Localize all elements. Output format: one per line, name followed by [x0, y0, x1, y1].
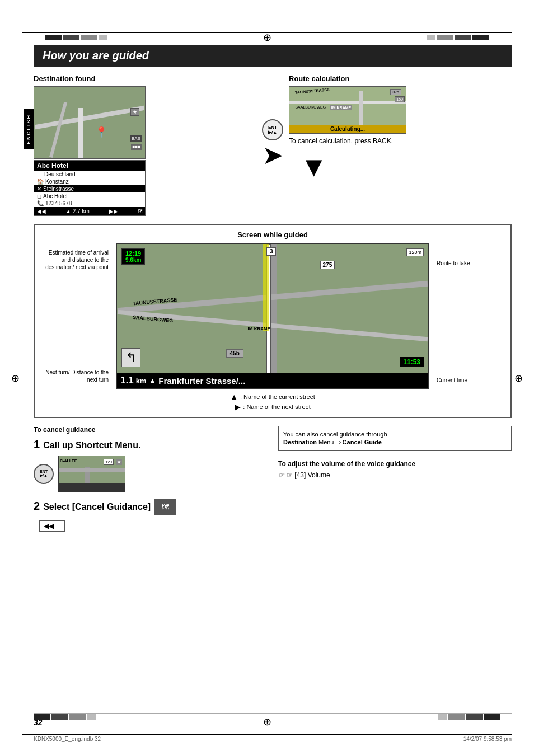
step2-sub-icon: ◀◀ —	[39, 520, 267, 532]
reg-mark-bottom: ⊕	[263, 716, 271, 728]
step2-text: Select [Cancel Guidance]	[43, 502, 151, 512]
street-bottom-bar: 1.1 km ▲ Frankfurter Strasse/...	[117, 373, 428, 388]
ent-button-step1[interactable]: ENT ▶/▲	[34, 464, 54, 484]
dest-distance: ▲ 2.7 km	[65, 208, 90, 214]
street-legend: ▲ : Name of the current street ▶ : Name …	[40, 392, 505, 411]
turn-arrow: ↰	[121, 348, 140, 367]
route-map: 375 150 TAUNUSSTRASSE SAALBURGWEG IM KRA…	[289, 86, 406, 134]
reg-mark-left: ⊕	[11, 372, 20, 384]
arrow-right-icon: ➤	[263, 143, 282, 168]
dest-info-box: Abc Hotel —Deutschland 🏠Konstanz ✕Steins…	[34, 160, 146, 216]
cancel-guide-label: Cancel Guide	[343, 439, 382, 445]
calculating-bar: Calculating...	[289, 125, 406, 133]
step1-text: Call up Shortcut Menu.	[43, 440, 140, 450]
sidebar-english: ENGLISH	[24, 109, 34, 149]
voice-guidance-ref: ☞ ☞ [43] Volume	[278, 471, 512, 479]
page-title: How you are guided	[34, 45, 512, 67]
guided-labels-right: Route to take Current time	[432, 243, 505, 389]
main-content: How you are guided Destination found 📍 ★…	[34, 45, 512, 717]
dest-found-header: Destination found	[34, 74, 256, 83]
destination-found-section: Destination found 📍 ★ BAS ■■■ Abc Hotel …	[34, 74, 256, 216]
voice-guidance-header: To adjust the volume of the voice guidan…	[278, 460, 512, 468]
label-current-time: Current time	[432, 377, 505, 383]
transition-area: ENT ▶/▲ ➤	[262, 74, 283, 168]
cancel-calc-text: To cancel calculation, press BACK.	[289, 137, 512, 145]
guided-screen-box: Screen while guided Estimated time of ar…	[34, 224, 512, 418]
voice-guidance-section: To adjust the volume of the voice guidan…	[278, 460, 512, 479]
dest-map: 📍 ★ BAS ■■■	[34, 86, 146, 159]
route-calculation-section: Route calculation 375 150 TAUNUSSTRASSE …	[289, 74, 512, 183]
road-number-275: 275	[320, 261, 335, 269]
step2-row: 2 Select [Cancel Guidance] 🗺	[34, 499, 267, 515]
reg-mark-right: ⊕	[514, 372, 523, 384]
right-info-section: You can also cancel guidance through Des…	[278, 426, 512, 532]
map-im-kramer: IM KRAME	[248, 326, 270, 331]
label-arrival-distance: Estimated time of arrival and distance t…	[40, 249, 113, 271]
route-calc-header: Route calculation	[289, 74, 512, 83]
legend-current-street: ▲ : Name of the current street	[230, 392, 315, 401]
footer-right: 14/2/07 9:58:53 pm	[463, 736, 512, 742]
step1-map-thumb: ★ 120 C-ALLEE ■■■	[58, 456, 125, 492]
nav-map: TAUNUSSTRASSE SAALBURGWEG IM KRAME 3 275…	[116, 243, 429, 389]
cancel-guidance-btn[interactable]: 🗺	[154, 499, 176, 515]
step1-row: 1 Call up Shortcut Menu.	[34, 438, 267, 451]
cancel-guidance-section: To cancel guidance 1 Call up Shortcut Me…	[34, 426, 267, 532]
legend-next-street: ▶ : Name of the next street	[235, 402, 310, 411]
also-cancel-box: You can also cancel guidance through Des…	[278, 426, 512, 451]
label-next-turn: Next turn/ Distance to the next turn	[40, 369, 113, 383]
reg-mark-top: ⊕	[263, 31, 271, 44]
step1-images: ENT ▶/▲ ★ 120 C-ALLEE ■■■	[34, 456, 267, 492]
exit-number: 45b	[226, 349, 243, 358]
footer-left: KDNX5000_E_eng.indb 32	[34, 736, 101, 742]
step1-number: 1	[34, 438, 40, 451]
guided-labels-left: Estimated time of arrival and distance t…	[40, 243, 113, 389]
current-time: 11:53	[400, 357, 424, 367]
dest-menu-label: Destination	[283, 439, 317, 445]
step2-number: 2	[34, 500, 40, 513]
down-arrow-icon: ▼	[300, 151, 512, 183]
label-route-to-take: Route to take	[432, 260, 505, 266]
cancel-guidance-header: To cancel guidance	[34, 426, 267, 434]
guided-screen-title: Screen while guided	[40, 231, 505, 239]
dest-name: Abc Hotel	[34, 161, 145, 171]
distance-marker: 120m	[406, 248, 424, 256]
arrival-time-box: 12:19 9.6km	[121, 248, 145, 265]
ent-button[interactable]: ENT ▶/▲	[262, 119, 283, 140]
road-number-3: 3	[266, 247, 277, 256]
